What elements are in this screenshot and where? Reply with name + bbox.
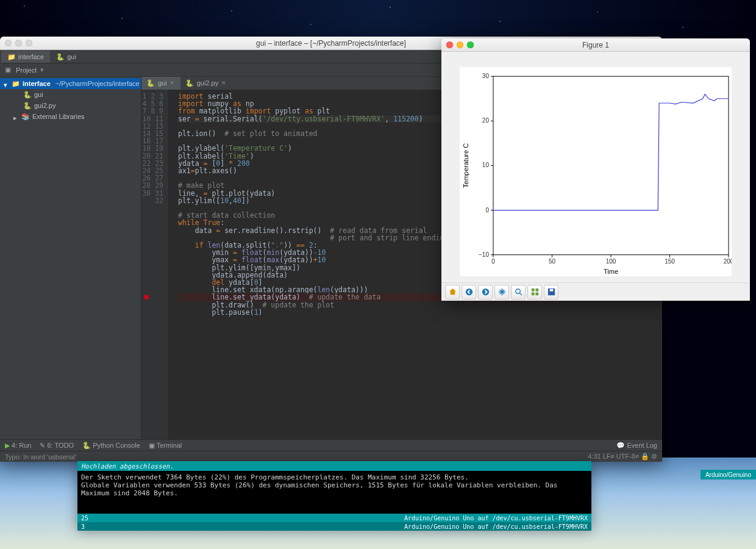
matplotlib-toolbar bbox=[441, 282, 750, 301]
python-icon: 🐍 bbox=[23, 90, 32, 99]
todo-toolwindow[interactable]: ✎ 6: TODO bbox=[40, 442, 74, 450]
line-gutter[interactable]: 1 2 3 4 5 6 7 8 9 10 11 12 13 14 15 16 1… bbox=[141, 90, 168, 439]
plot-canvas[interactable]: 050100150200−100102030TimeTemperature C bbox=[460, 67, 732, 276]
typo-message: Typo: In word 'usbserial' bbox=[5, 453, 76, 461]
file-context-tab[interactable]: 🐍 gui bbox=[50, 51, 82, 63]
svg-point-23 bbox=[465, 289, 472, 295]
arduino-console-window: Hochladen abgeschlossen. Der Sketch verw… bbox=[77, 461, 591, 528]
svg-point-25 bbox=[515, 289, 520, 294]
project-label[interactable]: Project bbox=[16, 66, 37, 74]
chevron-down-icon[interactable]: ▾ bbox=[4, 81, 9, 87]
svg-text:Time: Time bbox=[604, 268, 618, 275]
pan-icon[interactable] bbox=[494, 285, 509, 300]
close-icon[interactable] bbox=[446, 41, 453, 48]
tree-item-gui[interactable]: 🐍 gui bbox=[0, 89, 141, 100]
svg-point-24 bbox=[482, 289, 488, 295]
svg-text:200: 200 bbox=[724, 258, 732, 265]
pycharm-info-bar: Typo: In word 'usbserial' 4:31 LF≠ UTF-8… bbox=[0, 451, 662, 462]
python-icon: 🐍 bbox=[56, 52, 65, 61]
figure-titlebar[interactable]: Figure 1 bbox=[441, 38, 750, 52]
subplots-icon[interactable] bbox=[527, 285, 542, 300]
svg-rect-28 bbox=[535, 289, 538, 292]
arduino-statusbar-1: 25 Arduino/Genuino Uno auf /dev/cu.usbse… bbox=[77, 514, 591, 522]
breadcrumb-tab[interactable]: 📁 interface bbox=[1, 51, 50, 63]
svg-rect-29 bbox=[531, 292, 534, 295]
svg-text:30: 30 bbox=[482, 73, 490, 79]
run-toolwindow[interactable]: ▶ 4: Run bbox=[5, 442, 31, 450]
project-toolwindow-icon[interactable]: ▣ bbox=[4, 66, 12, 74]
pycharm-statusbar: ▶ 4: Run ✎ 6: TODO 🐍 Python Console ▣ Te… bbox=[0, 439, 662, 451]
svg-text:0: 0 bbox=[491, 258, 495, 265]
svg-rect-30 bbox=[535, 292, 538, 295]
python-icon: 🐍 bbox=[23, 101, 32, 110]
arduino-status-header: Hochladen abgeschlossen. bbox=[77, 461, 591, 471]
close-tab-icon[interactable]: × bbox=[170, 79, 174, 87]
zoom-icon[interactable] bbox=[511, 285, 526, 300]
zoom-icon[interactable] bbox=[467, 41, 474, 48]
svg-rect-27 bbox=[531, 289, 534, 292]
svg-text:20: 20 bbox=[482, 117, 490, 124]
project-tree[interactable]: ▾ 📁 interface ~/PycharmProjects/interfac… bbox=[0, 77, 141, 439]
home-icon[interactable] bbox=[445, 285, 460, 300]
python-icon: 🐍 bbox=[146, 79, 155, 87]
close-tab-icon[interactable]: × bbox=[221, 79, 226, 87]
tree-root[interactable]: ▾ 📁 interface ~/PycharmProjects/interfac… bbox=[0, 78, 141, 89]
dropdown-icon[interactable]: ▾ bbox=[40, 66, 44, 74]
figure-title: Figure 1 bbox=[441, 41, 750, 49]
zoom-icon[interactable] bbox=[26, 40, 32, 46]
svg-text:Temperature C: Temperature C bbox=[462, 143, 469, 188]
arduino-statusbar-2: 3 Arduino/Genuino Uno auf /dev/cu.usbser… bbox=[77, 522, 591, 531]
library-icon: 📚 bbox=[21, 112, 30, 121]
fold-strip[interactable] bbox=[168, 90, 176, 439]
folder-icon: 📁 bbox=[7, 52, 16, 61]
tree-external-libraries[interactable]: ▸ 📚 External Libraries bbox=[0, 111, 141, 122]
arduino-side-label: Arduino/Genuino bbox=[701, 470, 756, 479]
folder-icon: 📁 bbox=[12, 79, 20, 88]
save-icon[interactable] bbox=[544, 285, 558, 300]
chevron-right-icon[interactable]: ▸ bbox=[13, 114, 19, 120]
editor-tab-gui2[interactable]: 🐍 gui2.py × bbox=[180, 77, 232, 90]
tree-item-gui2[interactable]: 🐍 gui2.py bbox=[0, 100, 141, 111]
svg-text:−10: −10 bbox=[479, 251, 489, 258]
minimize-icon[interactable] bbox=[15, 40, 22, 46]
svg-text:50: 50 bbox=[549, 258, 556, 265]
event-log[interactable]: 💬 Event Log bbox=[616, 442, 657, 450]
editor-tab-gui[interactable]: 🐍 gui × bbox=[141, 77, 180, 90]
terminal-toolwindow[interactable]: ▣ Terminal bbox=[149, 442, 182, 450]
minimize-icon[interactable] bbox=[457, 41, 463, 48]
back-icon[interactable] bbox=[462, 285, 476, 300]
caret-info: 4:31 LF≠ UTF-8≠ 🔒 ⚙ bbox=[588, 453, 657, 461]
svg-text:0: 0 bbox=[485, 207, 489, 214]
svg-text:10: 10 bbox=[482, 162, 490, 168]
python-icon: 🐍 bbox=[185, 79, 194, 87]
svg-text:150: 150 bbox=[665, 258, 675, 265]
arduino-output[interactable]: Der Sketch verwendet 7364 Bytes (22%) de… bbox=[77, 471, 591, 514]
svg-text:100: 100 bbox=[606, 258, 616, 265]
close-icon[interactable] bbox=[5, 40, 12, 46]
matplotlib-figure-window: Figure 1 050100150200−100102030TimeTempe… bbox=[441, 38, 750, 301]
python-console-toolwindow[interactable]: 🐍 Python Console bbox=[82, 442, 140, 450]
svg-rect-32 bbox=[549, 289, 553, 292]
svg-line-26 bbox=[519, 293, 522, 295]
forward-icon[interactable] bbox=[478, 285, 493, 300]
